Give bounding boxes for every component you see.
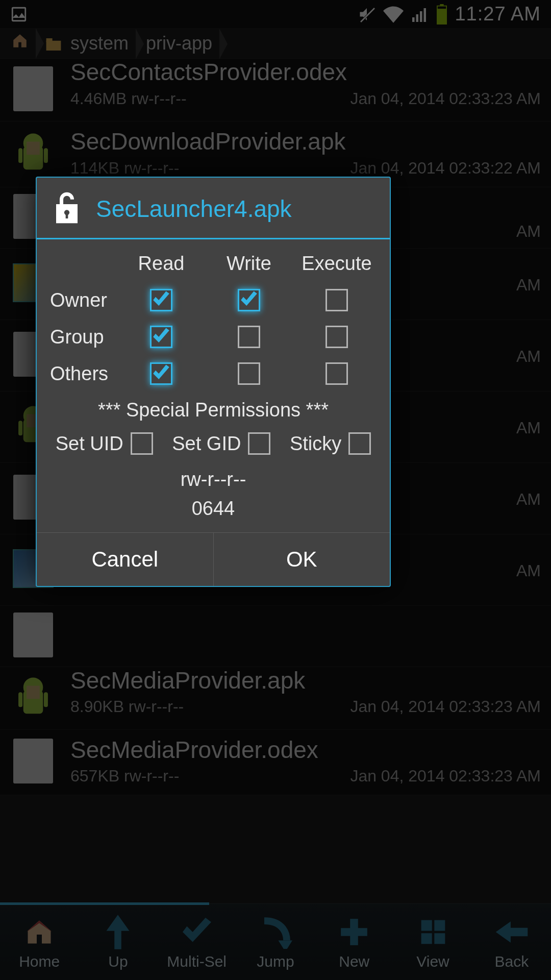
svg-rect-15 (44, 148, 48, 163)
svg-rect-35 (66, 212, 68, 218)
file-date: AM (516, 347, 541, 366)
setgid-label: Set GID (172, 433, 241, 455)
chk-setuid[interactable] (131, 432, 153, 455)
file-row[interactable] (0, 606, 551, 667)
file-size-perm: 114KB rw-r--r-- (70, 159, 179, 178)
file-name: SecContactsProvider.odex (70, 59, 541, 85)
file-icon (10, 612, 56, 658)
svg-rect-32 (434, 933, 445, 944)
dialog-title: SecLauncher4.apk (96, 195, 292, 223)
back-arrow-icon (494, 914, 530, 950)
breadcrumb-label-1: system (70, 33, 129, 54)
chk-owner-execute[interactable] (325, 289, 348, 311)
up-arrow-icon (100, 914, 136, 950)
file-name: SecDownloadProvider.apk (70, 129, 541, 155)
bottom-label: View (416, 953, 449, 970)
file-size-perm: 8.90KB rw-r--r-- (70, 697, 184, 716)
chk-others-write[interactable] (238, 362, 260, 385)
back-button[interactable]: Back (472, 904, 551, 980)
lock-icon (52, 190, 82, 228)
file-name: SecMediaProvider.apk (70, 668, 541, 694)
breadcrumb-privapp[interactable]: priv-app (140, 33, 223, 54)
signal-icon (411, 5, 429, 23)
chk-group-write[interactable] (238, 326, 260, 348)
row-others-label: Others (46, 363, 117, 385)
file-icon (10, 66, 56, 112)
permissions-dialog: SecLauncher4.apk Read Write Execute Owne… (36, 177, 391, 587)
svg-rect-29 (421, 920, 432, 930)
file-name: SecMediaProvider.odex (70, 737, 541, 763)
jump-icon (258, 914, 293, 950)
breadcrumb: system priv-app (0, 28, 551, 59)
svg-rect-25 (44, 692, 48, 707)
svg-rect-30 (434, 920, 445, 930)
chk-group-read[interactable] (150, 326, 172, 348)
perm-octal: 0644 (46, 494, 381, 523)
chk-owner-write[interactable] (238, 289, 260, 311)
sticky-label: Sticky (290, 433, 341, 455)
jump-button[interactable]: Jump (236, 904, 315, 980)
breadcrumb-system[interactable]: system (40, 33, 140, 54)
ok-button[interactable]: OK (214, 533, 390, 586)
bottom-label: Up (108, 953, 128, 970)
status-time: 11:27 AM (455, 3, 541, 25)
chk-setgid[interactable] (248, 432, 270, 455)
file-row[interactable]: SecMediaProvider.odex 657KB rw-r--r-- Ja… (0, 730, 551, 796)
bottom-label: Jump (257, 953, 294, 970)
bottom-label: Home (19, 953, 60, 970)
perm-string: rw-r--r-- (46, 465, 381, 494)
setuid-label: Set UID (56, 433, 123, 455)
new-button[interactable]: New (315, 904, 393, 980)
file-date: AM (516, 222, 541, 241)
file-size-perm: 4.46MB rw-r--r-- (70, 89, 187, 108)
col-execute: Execute (293, 253, 381, 275)
bottom-label: Multi-Sel (167, 953, 227, 970)
file-date: Jan 04, 2014 02:33:23 AM (350, 767, 541, 786)
check-icon (179, 914, 215, 950)
svg-rect-26 (27, 685, 40, 699)
chk-owner-read[interactable] (150, 289, 172, 311)
file-date: AM (516, 490, 541, 509)
row-group-label: Group (46, 326, 117, 348)
svg-rect-4 (416, 14, 419, 22)
home-button[interactable]: Home (0, 904, 79, 980)
multisel-button[interactable]: Multi-Sel (158, 904, 236, 980)
file-row[interactable]: SecContactsProvider.odex 4.46MB rw-r--r-… (0, 59, 551, 121)
svg-rect-19 (18, 421, 22, 435)
file-date: AM (516, 276, 541, 295)
chk-group-execute[interactable] (325, 326, 348, 348)
svg-rect-3 (412, 17, 415, 22)
file-date: Jan 04, 2014 02:33:23 AM (350, 89, 541, 108)
breadcrumb-home[interactable] (5, 32, 40, 54)
file-row[interactable]: SecMediaProvider.apk 8.90KB rw-r--r-- Ja… (0, 667, 551, 730)
row-owner-label: Owner (46, 289, 117, 311)
bottom-toolbar: Home Up Multi-Sel Jump New View Back (0, 903, 551, 980)
apk-icon (10, 130, 56, 176)
file-date: Jan 04, 2014 02:33:23 AM (350, 697, 541, 716)
bottom-label: Back (494, 953, 529, 970)
file-date: Jan 04, 2014 02:33:22 AM (350, 159, 541, 178)
svg-rect-31 (421, 933, 432, 944)
file-date: AM (516, 561, 541, 580)
chk-others-read[interactable] (150, 362, 172, 385)
special-title: *** Special Permissions *** (46, 399, 381, 421)
chk-sticky[interactable] (348, 432, 371, 455)
up-button[interactable]: Up (79, 904, 157, 980)
svg-rect-6 (424, 8, 427, 22)
battery-icon (436, 4, 447, 24)
svg-rect-10 (46, 41, 61, 51)
bottom-label: New (339, 953, 369, 970)
svg-rect-24 (18, 692, 22, 707)
svg-rect-9 (437, 9, 446, 24)
mute-icon (358, 5, 376, 23)
svg-rect-28 (341, 928, 367, 936)
view-button[interactable]: View (393, 904, 472, 980)
svg-rect-11 (46, 38, 53, 42)
scroll-indicator (0, 902, 209, 905)
picture-icon (10, 6, 28, 23)
cancel-button[interactable]: Cancel (37, 533, 214, 586)
breadcrumb-label-2: priv-app (146, 33, 212, 54)
file-date: AM (516, 419, 541, 437)
chk-others-execute[interactable] (325, 362, 348, 385)
apk-icon (10, 674, 56, 720)
